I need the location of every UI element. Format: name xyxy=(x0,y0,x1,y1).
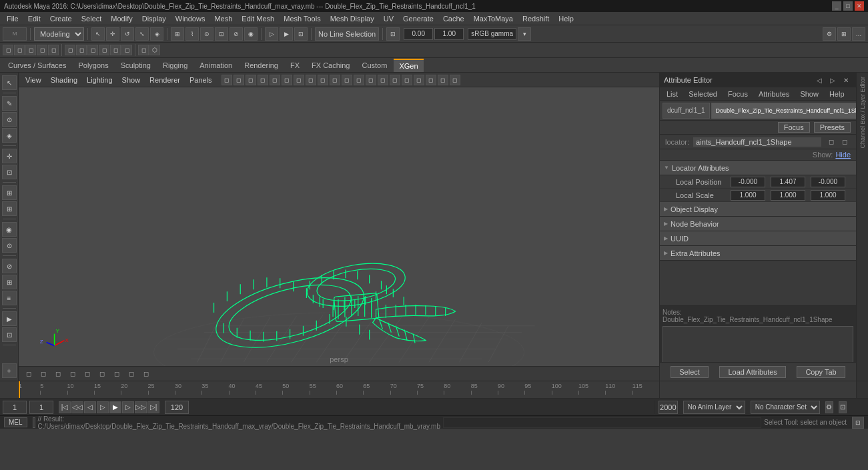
locator-icon1[interactable]: ◻ xyxy=(825,136,837,148)
copy-tab-button[interactable]: Copy Tab xyxy=(797,366,845,378)
tb2-btn1[interactable]: ◻ xyxy=(3,45,13,55)
range-start-field[interactable]: 1 xyxy=(29,401,53,414)
vp-menu-panels[interactable]: Panels xyxy=(187,75,215,85)
menu-display[interactable]: Display xyxy=(138,13,170,24)
tb2-btn8[interactable]: ◻ xyxy=(87,45,98,55)
menu-redshift[interactable]: Redshift xyxy=(518,13,553,24)
vp-sel-all-btn[interactable]: ◻ xyxy=(23,368,35,380)
vp-icon14[interactable]: ◻ xyxy=(378,75,388,85)
vp-icon4[interactable]: ◻ xyxy=(258,75,268,85)
tab-fx-caching[interactable]: FX Caching xyxy=(306,59,355,72)
lt-snap2-btn[interactable]: ⊞ xyxy=(2,201,17,216)
vp-snap1-btn[interactable]: ◻ xyxy=(81,368,93,380)
local-pos-z[interactable]: -0.000 xyxy=(811,177,845,187)
fps-field[interactable]: 2000 xyxy=(659,401,678,414)
snap-curve-btn[interactable]: ⌇ xyxy=(185,27,199,41)
lt-brush-btn[interactable]: ◈ xyxy=(2,128,17,143)
node-tab-2[interactable]: Double_Flex_Zip_Tie_Restraints_Handcuff_… xyxy=(711,103,856,119)
range-end-field[interactable]: 120 xyxy=(165,401,189,414)
vp-icon5[interactable]: ◻ xyxy=(270,75,280,85)
prev-frame-btn[interactable]: ◁ xyxy=(84,401,96,413)
next-frame-btn[interactable]: ▷ xyxy=(122,401,134,413)
vp-icon1[interactable]: ◻ xyxy=(222,75,232,85)
snap-point-btn[interactable]: ⊙ xyxy=(200,27,213,41)
tb2-btn9[interactable]: ◻ xyxy=(99,45,109,55)
section-locator-attrs[interactable]: ▼ Locator Attributes xyxy=(660,161,856,175)
attr-tab-show[interactable]: Show xyxy=(796,89,823,99)
select-button[interactable]: Select xyxy=(671,366,709,378)
vp-icon8[interactable]: ◻ xyxy=(306,75,316,85)
close-button[interactable]: ✕ xyxy=(855,1,864,11)
snap-icon2[interactable]: ⊞ xyxy=(837,27,851,41)
menu-create[interactable]: Create xyxy=(46,13,76,24)
attr-prev-btn[interactable]: ◁ xyxy=(813,74,825,86)
vp-icon13[interactable]: ◻ xyxy=(366,75,376,85)
lt-lasso-btn[interactable]: ⊡ xyxy=(2,165,17,179)
viewport-area[interactable]: View Shading Lighting Show Renderer Pane… xyxy=(19,73,659,381)
anim-layer-select[interactable]: No Anim Layer xyxy=(683,401,745,414)
lt-sculpt-btn[interactable]: ⊙ xyxy=(2,112,17,127)
presets-button[interactable]: Presets xyxy=(814,122,851,133)
local-pos-x[interactable]: -0.000 xyxy=(731,177,765,187)
char-set-select[interactable]: No Character Set xyxy=(751,401,820,414)
lt-measure-btn[interactable]: ⊘ xyxy=(2,259,17,273)
snap-live-btn[interactable]: ◉ xyxy=(244,27,258,41)
more-icon[interactable]: … xyxy=(852,27,865,41)
hide-link[interactable]: Hide xyxy=(835,151,851,159)
menu-help[interactable]: Help xyxy=(554,13,578,24)
tab-polygons[interactable]: Polygons xyxy=(73,59,113,72)
vp-icon7[interactable]: ◻ xyxy=(294,75,304,85)
section-uuid[interactable]: ▶ UUID xyxy=(660,231,856,246)
play-fwd-btn[interactable]: ▶ xyxy=(109,401,121,413)
lt-extra-btn[interactable]: + xyxy=(2,363,17,378)
vp-menu-show[interactable]: Show xyxy=(119,75,143,85)
attr-next-btn[interactable]: ▷ xyxy=(827,74,839,86)
vp-icon6[interactable]: ◻ xyxy=(282,75,292,85)
section-object-display[interactable]: ▶ Object Display xyxy=(660,202,856,217)
tb2-btn12[interactable]: ◻ xyxy=(138,45,149,55)
vp-icon9[interactable]: ◻ xyxy=(318,75,328,85)
menu-cache[interactable]: Cache xyxy=(439,13,468,24)
play-back-btn[interactable]: ▷ xyxy=(97,401,109,413)
menu-generate[interactable]: Generate xyxy=(399,13,438,24)
lt-snap-btn[interactable]: ⊞ xyxy=(2,185,17,200)
menu-mesh-tools[interactable]: Mesh Tools xyxy=(280,13,324,24)
attr-tab-focus[interactable]: Focus xyxy=(724,89,752,99)
ipr-btn[interactable]: ⊡ xyxy=(294,27,308,41)
menu-edit-mesh[interactable]: Edit Mesh xyxy=(238,13,278,24)
menu-modify[interactable]: Modify xyxy=(107,13,136,24)
tb2-btn5[interactable]: ◻ xyxy=(48,45,59,55)
snap-normal-btn[interactable]: ⊘ xyxy=(230,27,243,41)
snap-view-btn[interactable]: ⊡ xyxy=(215,27,228,41)
pb-right-btn2[interactable]: ⊡ xyxy=(839,401,847,413)
lt-render-btn[interactable]: ▶ xyxy=(2,311,17,326)
tb2-btn2[interactable]: ◻ xyxy=(14,45,25,55)
tab-rigging[interactable]: Rigging xyxy=(157,59,193,72)
locator-icon2[interactable]: ◻ xyxy=(839,136,851,148)
vp-menu-view[interactable]: View xyxy=(23,75,44,85)
render-frame-btn[interactable]: ▶ xyxy=(280,27,293,41)
attr-tab-attributes[interactable]: Attributes xyxy=(755,89,793,99)
script-input-handle[interactable] xyxy=(33,417,35,428)
attr-close-btn[interactable]: ✕ xyxy=(840,74,852,86)
pos-x-field[interactable]: 0.00 xyxy=(404,28,433,40)
attr-tab-help[interactable]: Help xyxy=(825,89,849,99)
viewport-canvas[interactable]: X Y Z persp xyxy=(19,87,659,366)
tab-animation[interactable]: Animation xyxy=(194,59,238,72)
menu-edit[interactable]: Edit xyxy=(24,13,45,24)
local-scale-z[interactable]: 1.000 xyxy=(811,190,845,201)
no-line-label[interactable]: No Line Selection xyxy=(315,27,379,41)
vp-sel-obj-btn[interactable]: ◻ xyxy=(52,368,64,380)
lt-move-btn[interactable]: ✛ xyxy=(2,149,17,163)
notes-textarea[interactable] xyxy=(663,326,853,362)
vp-softsel-btn[interactable]: ◻ xyxy=(140,368,152,380)
section-node-behavior[interactable]: ▶ Node Behavior xyxy=(660,217,856,231)
menu-maxto[interactable]: MaxToMaya xyxy=(470,13,517,24)
scale-tool-btn[interactable]: ⤡ xyxy=(135,27,149,41)
lt-camera-btn[interactable]: ⊙ xyxy=(2,238,17,253)
vp-icon10[interactable]: ◻ xyxy=(330,75,340,85)
local-scale-x[interactable]: 1.000 xyxy=(731,190,765,201)
lt-anim-btn[interactable]: ⊡ xyxy=(2,327,17,342)
vp-icon15[interactable]: ◻ xyxy=(390,75,400,85)
settings-icon[interactable]: ⚙ xyxy=(823,27,836,41)
